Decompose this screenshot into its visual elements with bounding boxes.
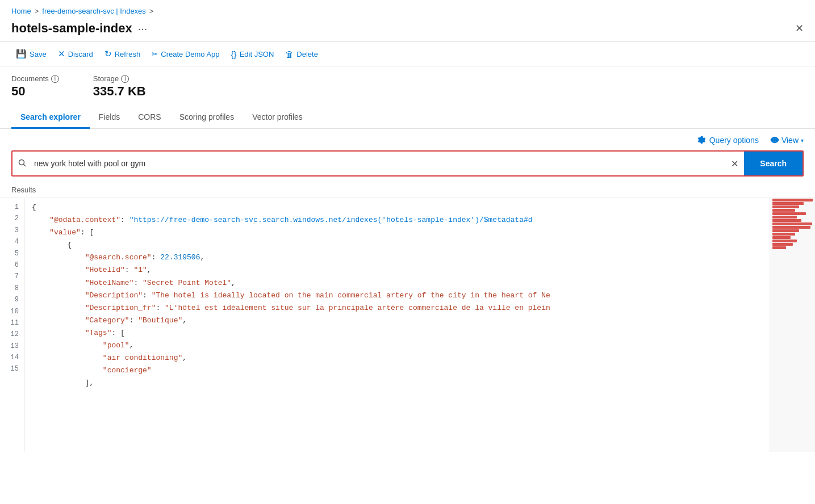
minimap [770, 198, 815, 452]
breadcrumb: Home > free-demo-search-svc | Indexes > [0, 0, 815, 19]
svg-line-2 [23, 164, 26, 166]
storage-value: 335.7 KB [93, 84, 146, 99]
storage-stat: Storage i 335.7 KB [93, 74, 146, 99]
results-label: Results [0, 183, 815, 198]
close-button[interactable]: ✕ [795, 22, 804, 35]
edit-json-icon: {} [231, 49, 237, 59]
tabs: Search explorer Fields CORS Scoring prof… [0, 107, 815, 129]
search-icon [12, 159, 32, 169]
documents-label: Documents [11, 74, 49, 83]
code-line-2: "@odata.context": "https://free-demo-sea… [32, 214, 763, 226]
edit-json-button[interactable]: {} Edit JSON [227, 47, 279, 61]
search-bar: ✕ Search [11, 150, 804, 177]
code-line-12: "pool", [32, 339, 763, 352]
clear-search-button[interactable]: ✕ [725, 158, 744, 169]
view-icon [770, 136, 779, 145]
code-line-15: ], [32, 377, 763, 389]
tab-fields[interactable]: Fields [90, 107, 129, 129]
discard-icon: ✕ [58, 49, 65, 59]
documents-info-icon[interactable]: i [51, 75, 59, 83]
stats-row: Documents i 50 Storage i 335.7 KB [0, 66, 815, 104]
svg-point-1 [19, 159, 24, 165]
search-button[interactable]: Search [744, 152, 803, 175]
refresh-icon: ↻ [105, 49, 112, 59]
save-button[interactable]: 💾 Save [11, 47, 51, 61]
code-line-3: "value": [ [32, 226, 763, 239]
storage-info-icon[interactable]: i [121, 75, 129, 83]
search-input[interactable] [32, 153, 725, 174]
code-viewer: 1 2 3 4 5 6 7 8 9 10 11 12 13 14 15 { "@… [0, 198, 815, 452]
svg-point-0 [773, 138, 776, 142]
tab-vector-profiles[interactable]: Vector profiles [243, 107, 312, 129]
code-line-13: "air conditioning", [32, 352, 763, 364]
code-line-14: "concierge" [32, 364, 763, 377]
breadcrumb-sep1: > [35, 7, 39, 15]
code-content: { "@odata.context": "https://free-demo-s… [25, 198, 770, 452]
delete-button[interactable]: 🗑 Delete [281, 47, 323, 61]
code-line-10: "Category": "Boutique", [32, 314, 763, 327]
breadcrumb-middle[interactable]: free-demo-search-svc | Indexes [42, 7, 146, 15]
breadcrumb-sep2: > [149, 7, 154, 15]
create-demo-app-button[interactable]: ✂ Create Demo App [147, 48, 224, 61]
title-more-options[interactable]: ··· [138, 22, 148, 35]
delete-icon: 🗑 [285, 49, 294, 59]
view-button[interactable]: View ▾ [770, 136, 804, 145]
query-options-label: Query options [709, 136, 759, 145]
view-label: View [781, 136, 799, 145]
tab-search-explorer[interactable]: Search explorer [11, 107, 90, 129]
documents-value: 50 [11, 84, 59, 99]
code-line-7: "HotelName": "Secret Point Motel", [32, 277, 763, 289]
chevron-down-icon: ▾ [801, 137, 804, 144]
tab-cors[interactable]: CORS [129, 107, 170, 129]
documents-stat: Documents i 50 [11, 74, 59, 99]
search-section: Query options View ▾ ✕ Search [0, 129, 815, 183]
tab-scoring-profiles[interactable]: Scoring profiles [170, 107, 244, 129]
code-line-4: { [32, 239, 763, 251]
query-options-row: Query options View ▾ [11, 136, 804, 145]
code-line-9: "Description_fr": "L'hôtel est idéalemen… [32, 302, 763, 314]
breadcrumb-home[interactable]: Home [11, 7, 31, 15]
toolbar: 💾 Save ✕ Discard ↻ Refresh ✂ Create Demo… [0, 41, 815, 66]
code-line-1: { [32, 201, 763, 214]
refresh-button[interactable]: ↻ Refresh [100, 47, 145, 61]
code-line-5: "@search.score": 22.319506, [32, 251, 763, 264]
code-line-6: "HotelId": "1", [32, 264, 763, 276]
line-numbers: 1 2 3 4 5 6 7 8 9 10 11 12 13 14 15 [0, 198, 25, 452]
gear-icon [697, 136, 706, 145]
discard-button[interactable]: ✕ Discard [53, 47, 98, 61]
query-options-button[interactable]: Query options [697, 136, 759, 145]
storage-label: Storage [93, 74, 119, 83]
create-demo-icon: ✂ [152, 50, 158, 58]
title-row: hotels-sample-index ··· ✕ [0, 19, 815, 41]
save-icon: 💾 [16, 49, 27, 59]
page-title: hotels-sample-index [11, 21, 132, 36]
code-line-11: "Tags": [ [32, 327, 763, 339]
code-line-8: "Description": "The hotel is ideally loc… [32, 289, 763, 302]
